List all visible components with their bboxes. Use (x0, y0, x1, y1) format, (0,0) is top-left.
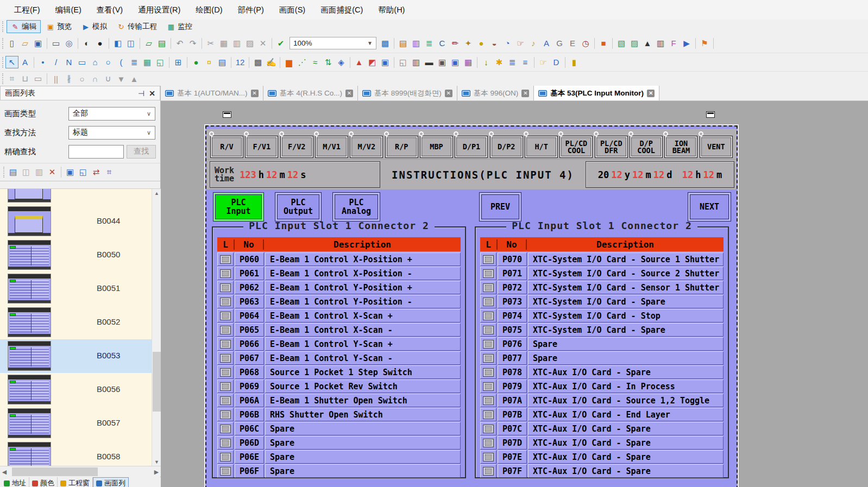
image-tool-icon[interactable]: ▦ (141, 56, 154, 68)
io-row[interactable]: P076Spare (480, 337, 724, 351)
screen-list-item[interactable]: B0057 (0, 407, 152, 440)
screen-image-icon[interactable]: ▩ (379, 37, 392, 49)
screen-network-icon[interactable]: ⌗ (103, 166, 116, 179)
polygon-tool-icon[interactable]: ⌂ (89, 56, 102, 68)
lamp-indicator[interactable] (483, 396, 494, 405)
io-row[interactable]: P065E-Beam 1 Control X-Scan - (217, 323, 461, 337)
mode-button-monitor-mode[interactable]: ▦监控 (162, 20, 197, 33)
window-overlap-icon[interactable]: ◱ (397, 56, 410, 68)
stopwatch-icon[interactable]: ◷ (579, 37, 592, 49)
capture-front-icon[interactable]: ◐ (80, 37, 93, 49)
screen-tab[interactable]: 基本 53(PLC Input Monitor)✕ (534, 86, 659, 100)
work-time-box[interactable]: Work time 123h12m12s (210, 161, 380, 188)
screen-type-select[interactable]: 全部 ∨ (68, 107, 155, 121)
monitor-graph-icon[interactable]: ▣ (436, 56, 449, 68)
new-screen-icon[interactable]: ◧ (111, 37, 124, 49)
io-row[interactable]: P061E-Beam 1 Control X-Position - (217, 267, 461, 280)
screen-list-item[interactable]: B0053 (0, 339, 152, 373)
hmi-nav-button[interactable]: PLC Analog (332, 192, 380, 222)
lamp-indicator[interactable] (220, 298, 231, 306)
hmi-top-button[interactable]: R/P (385, 136, 418, 158)
transfer-up-icon[interactable]: ▲ (128, 73, 141, 85)
import-package-icon[interactable]: ▱ (142, 37, 155, 49)
io-row[interactable]: P064E-Beam 1 Control X-Scan + (217, 309, 461, 322)
screen-list-item[interactable]: B0052 (0, 306, 152, 339)
timer-on-icon[interactable]: ∩ (89, 73, 102, 85)
line-tool-icon[interactable]: / (49, 56, 62, 68)
text-translate-icon[interactable]: A (540, 37, 553, 49)
undo-icon[interactable]: ↶ (173, 37, 186, 49)
text-tool-icon[interactable]: A (18, 56, 32, 68)
lamp-part-icon[interactable]: ¤ (203, 56, 216, 68)
hmi-nav-button[interactable]: PLC Output (275, 192, 322, 222)
screen-list-item[interactable]: B0058 (0, 440, 152, 466)
global-g-icon[interactable]: G (553, 37, 566, 49)
io-row[interactable]: P06ESpare (217, 450, 461, 464)
io-row[interactable]: P07AXTC-Aux I/O Card - Source 1,2 Toggle (480, 394, 724, 407)
lamp-indicator[interactable] (220, 269, 231, 278)
lamp-indicator[interactable] (483, 326, 494, 334)
paste-special-icon[interactable]: ▨ (243, 37, 256, 49)
lamp-indicator[interactable] (483, 298, 494, 306)
menu-item[interactable]: 查看(V) (89, 1, 130, 20)
menu-item[interactable]: 工程(F) (7, 1, 48, 20)
lamp-indicator[interactable] (483, 269, 494, 278)
io-row[interactable]: P07FXTC-Aux I/O Card - Spare (480, 464, 724, 478)
lamp-indicator[interactable] (220, 340, 231, 349)
minimized-window-icon[interactable] (223, 111, 231, 118)
scatter-graph-icon[interactable]: ⋰ (295, 56, 309, 68)
cut-icon[interactable]: ✂ (204, 37, 217, 49)
lamp-indicator[interactable] (483, 354, 494, 363)
copy-icon[interactable]: ▦ (217, 37, 230, 49)
hand-cursor-icon[interactable]: ☞ (537, 56, 550, 68)
tab-close-icon[interactable]: ✕ (521, 90, 529, 97)
search-button[interactable]: 查找 (127, 145, 156, 159)
hmi-top-button[interactable]: D/P COOL (630, 136, 663, 158)
monitor-display-icon[interactable]: ▣ (449, 56, 462, 68)
lamp-indicator[interactable] (220, 382, 231, 391)
print-preview-icon[interactable]: ◎ (62, 37, 76, 49)
contact-close-icon[interactable]: ∦ (62, 73, 76, 85)
delete-screen-icon[interactable]: ✕ (46, 166, 59, 179)
doc-convert-icon[interactable]: ✏ (449, 37, 462, 49)
coil-icon[interactable]: ○ (76, 73, 89, 85)
scroll-down-icon[interactable]: ▼ (152, 458, 161, 466)
statistic-graph-icon[interactable]: ⇅ (322, 56, 335, 68)
tab-close-icon[interactable]: ✕ (251, 90, 259, 97)
hmi-top-button[interactable]: MBP (420, 136, 453, 158)
io-row[interactable]: P062E-Beam 1 Control Y-Position + (217, 281, 461, 294)
trend-graph-icon[interactable]: ≈ (309, 56, 322, 68)
lamp-indicator[interactable] (483, 255, 494, 264)
arc-tool-icon[interactable]: ( (115, 56, 128, 68)
tab-close-icon[interactable]: ✕ (445, 90, 452, 97)
hmi-screen[interactable]: R/VF/V1F/V2M/V1M/V2R/PMBPD/P1D/P2H/TPL/C… (205, 125, 738, 487)
tab-close-icon[interactable]: ✕ (345, 90, 353, 97)
copy-screen-icon[interactable]: ◫ (124, 37, 137, 49)
screen-tab[interactable]: 基本 4(R.H.S Co...)✕ (263, 86, 358, 100)
io-row[interactable]: P07DXTC-Aux I/O Card - Spare (480, 436, 724, 450)
key-operation-icon[interactable]: ▮ (568, 56, 581, 68)
global-e-icon[interactable]: E (566, 37, 579, 49)
doc-list2-icon[interactable]: ≡ (519, 56, 532, 68)
camera-view-icon[interactable]: ▬ (423, 56, 436, 68)
lamp-indicator[interactable] (483, 312, 494, 320)
io-row[interactable]: P067E-Beam 1 Control Y-Scan - (217, 351, 461, 365)
parts-image-icon[interactable]: ▧ (615, 37, 628, 49)
color-palette-icon[interactable]: ■ (597, 37, 610, 49)
error-check-icon[interactable]: ✔ (274, 37, 287, 49)
minimized-window-icon[interactable] (706, 111, 715, 118)
scrollbar-thumb[interactable] (12, 467, 98, 476)
io-row[interactable]: P074XTC-System I/O Card - Stop (480, 309, 724, 322)
lamp-indicator[interactable] (483, 467, 494, 476)
word-lamp-icon[interactable]: ▤ (216, 56, 229, 68)
video-tool-icon[interactable]: ▶ (680, 37, 693, 49)
lamp-indicator[interactable] (483, 410, 494, 419)
hmi-top-button[interactable]: H/T (525, 136, 558, 158)
screen-list-item[interactable]: B0051 (0, 272, 152, 306)
save-project-icon[interactable]: ▣ (32, 37, 45, 49)
video-window-icon[interactable]: ▦ (462, 56, 475, 68)
menu-item[interactable]: 画面捕捉(C) (313, 1, 370, 20)
menu-item[interactable]: 编辑(E) (48, 1, 89, 20)
ruler-icon[interactable]: ⌗ (5, 73, 18, 85)
screen-tab[interactable]: 基本 1(AUTO/MAN...)✕ (161, 86, 263, 100)
